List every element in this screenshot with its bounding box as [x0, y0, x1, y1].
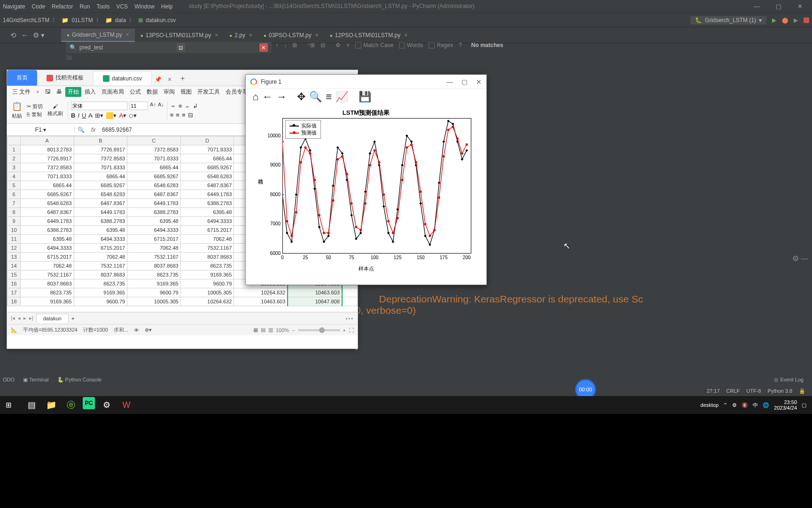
- todo-tab[interactable]: ODO: [3, 377, 15, 382]
- cell[interactable]: 7532.1167: [21, 270, 74, 279]
- taskbar-clock[interactable]: 23:50 2023/4/24: [774, 399, 797, 411]
- sheet-more-icon[interactable]: •••: [345, 316, 354, 321]
- find-select-all[interactable]: ⊞: [292, 42, 297, 48]
- tab-13pso[interactable]: ●13PSO-LSTM\01LSTM.py×: [135, 29, 224, 41]
- event-log-tab[interactable]: ◎ Event Log: [774, 377, 804, 383]
- find-prev-button[interactable]: ↑: [275, 42, 278, 48]
- find-add[interactable]: ⁺⊞: [307, 42, 315, 48]
- ruler-icon[interactable]: 📐: [11, 327, 17, 333]
- menu-tools[interactable]: Tools: [96, 3, 109, 10]
- cell[interactable]: 9600.79: [74, 297, 127, 306]
- align-bot-icon[interactable]: ⫠: [184, 103, 190, 110]
- align-left-icon[interactable]: ≡: [170, 111, 174, 119]
- cell[interactable]: 6548.6283: [21, 199, 74, 208]
- cell[interactable]: 6494.3333: [21, 244, 74, 253]
- cell[interactable]: 8013.2783: [21, 145, 74, 154]
- menu-window[interactable]: Window: [134, 3, 155, 10]
- cell[interactable]: 10264.632: [180, 297, 234, 306]
- page-view-icon[interactable]: ▤: [261, 327, 265, 333]
- sheet-prev-icon[interactable]: ◂: [18, 315, 21, 321]
- cell[interactable]: 7062.48: [127, 244, 181, 253]
- stop-button[interactable]: [804, 17, 809, 23]
- breadcrumb-item[interactable]: 📁 01LSTM 〉: [62, 16, 101, 24]
- breadcrumb-item[interactable]: 14GridSerchLSTM 〉: [3, 16, 58, 24]
- cell[interactable]: 6548.6283: [127, 181, 181, 190]
- tray-net-icon[interactable]: 🌐: [763, 402, 769, 408]
- cell[interactable]: 6685.9267: [127, 172, 181, 181]
- cell[interactable]: 6548.6283: [180, 172, 234, 181]
- cell[interactable]: 6487.8367: [21, 208, 74, 217]
- cell[interactable]: 8623.735: [21, 288, 74, 297]
- cell[interactable]: 7071.8333: [21, 172, 74, 181]
- python-console-tab[interactable]: 🐍 Python Console: [57, 377, 102, 383]
- bold-button[interactable]: B: [71, 112, 75, 119]
- cell[interactable]: 6715.2017: [180, 226, 234, 235]
- cell[interactable]: 6685.9267: [180, 163, 234, 172]
- ide-max-button[interactable]: ▢: [776, 3, 781, 10]
- wps-layout-menu[interactable]: 页面布局: [99, 87, 126, 97]
- cell[interactable]: 7071.8333: [127, 154, 181, 163]
- debug-button[interactable]: ⬤: [782, 17, 788, 24]
- wrap-icon[interactable]: ↲: [193, 103, 198, 110]
- cell[interactable]: 6388.2783: [74, 217, 127, 226]
- cell[interactable]: 9169.365: [74, 288, 127, 297]
- notification-icon[interactable]: ▢: [802, 402, 806, 408]
- find-bar[interactable]: 🔍 pred_test ⊡ ✕: [66, 42, 272, 53]
- zoom-label[interactable]: 100%: [276, 327, 289, 333]
- figure-min-button[interactable]: —: [446, 78, 453, 86]
- find-help[interactable]: ?: [459, 42, 462, 48]
- wps-icon[interactable]: W: [118, 397, 134, 413]
- wps-review-menu[interactable]: 审阅: [161, 87, 177, 97]
- underline-button[interactable]: U: [82, 112, 86, 119]
- tab-12pso[interactable]: ●12PSO-LSTM\01LSTM.py×: [324, 29, 413, 41]
- fullscreen-icon[interactable]: ⛶: [349, 327, 354, 333]
- desktop-label[interactable]: desktop: [701, 402, 719, 408]
- wps-home-tab[interactable]: 首页: [7, 70, 37, 86]
- cell[interactable]: 6487.8367: [127, 190, 181, 199]
- explorer-icon[interactable]: 📁: [43, 397, 59, 413]
- menu-help[interactable]: Help: [161, 3, 173, 10]
- font-size[interactable]: [129, 102, 148, 110]
- tray-app-icon[interactable]: ⚙: [732, 402, 737, 408]
- pycharm-icon[interactable]: PC: [83, 397, 95, 409]
- normal-view-icon[interactable]: ▦: [253, 327, 258, 333]
- cell[interactable]: 6449.1783: [180, 190, 234, 199]
- settings-icon[interactable]: ⚙ ▾: [33, 31, 45, 40]
- cell[interactable]: 6494.3333: [74, 235, 127, 244]
- menu-navigate[interactable]: Navigate: [3, 3, 25, 10]
- strike-button[interactable]: A̶: [88, 112, 93, 119]
- merge-icon[interactable]: ⊟: [188, 111, 193, 119]
- back-icon[interactable]: ←: [21, 31, 28, 39]
- browser-icon[interactable]: ⓔ: [63, 397, 79, 413]
- encoding[interactable]: UTF-8: [746, 388, 761, 394]
- cell[interactable]: 10463.603: [288, 288, 342, 297]
- find-next-button[interactable]: ↓: [284, 42, 287, 48]
- back-icon[interactable]: ←: [262, 91, 273, 103]
- cell[interactable]: 6865.44: [21, 181, 74, 190]
- find-remove[interactable]: ⊟: [320, 42, 325, 48]
- sheet-first-icon[interactable]: |◂: [11, 315, 15, 321]
- cell[interactable]: 8037.8683: [127, 262, 181, 270]
- cell[interactable]: [342, 288, 358, 297]
- cell[interactable]: 9600.79: [180, 279, 234, 288]
- cell[interactable]: 9169.365: [127, 279, 181, 288]
- ide-close-button[interactable]: ✕: [797, 3, 803, 10]
- menu-run[interactable]: Run: [79, 3, 90, 10]
- align-mid-icon[interactable]: ≡: [179, 103, 182, 110]
- wps-dev-menu[interactable]: 开发工具: [195, 87, 222, 97]
- cell[interactable]: 10647.808: [288, 297, 342, 306]
- cell[interactable]: 6715.2017: [74, 244, 127, 253]
- cell[interactable]: 7372.8583: [74, 154, 127, 163]
- cell[interactable]: 6865.44: [74, 172, 127, 181]
- border-button[interactable]: ⊞▾: [95, 112, 103, 119]
- wps-template-tab[interactable]: 找稻壳模板: [37, 70, 93, 86]
- figure-max-button[interactable]: ▢: [461, 78, 468, 86]
- tab-gridserch[interactable]: ●Gridserch_LSTM.py×: [61, 29, 135, 42]
- eye-icon[interactable]: 👁: [134, 327, 139, 333]
- configure-icon[interactable]: ≡: [326, 91, 332, 103]
- taskview-icon[interactable]: ▤: [23, 397, 39, 413]
- zoom-icon[interactable]: 🔍: [309, 91, 322, 103]
- cell[interactable]: 7532.1167: [74, 262, 127, 270]
- add-sheet-button[interactable]: +: [71, 316, 74, 321]
- cell[interactable]: 7062.48: [21, 262, 74, 270]
